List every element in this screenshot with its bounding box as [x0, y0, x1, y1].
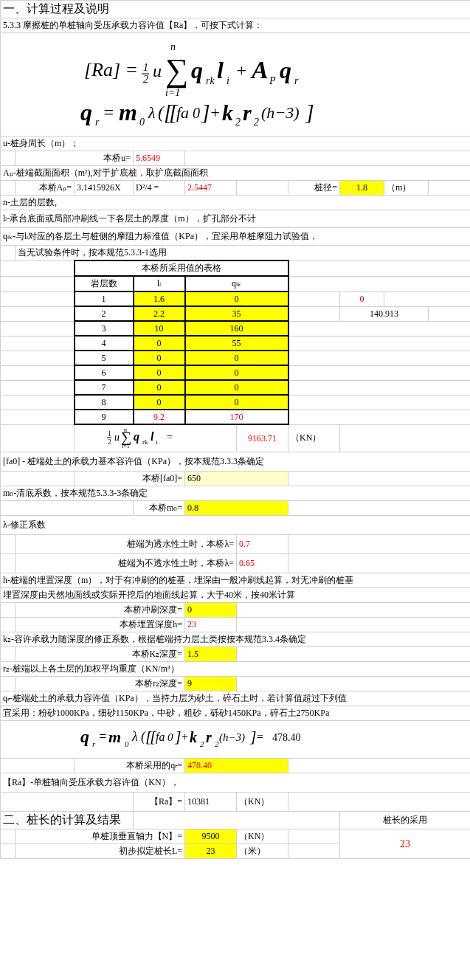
m0-definition: m₀-清底系数，按本规范5.3.3-3条确定 — [1, 486, 471, 501]
svg-text:i=1: i=1 — [165, 87, 180, 98]
u-value: 5.6549 — [134, 151, 185, 166]
svg-text:+: + — [210, 103, 221, 122]
svg-text:+: + — [181, 731, 189, 743]
qr-used-value[interactable]: 478.40 — [185, 759, 288, 773]
ap-formula1: 3.1415926X — [75, 181, 134, 196]
ra-label: 【Ra】= — [134, 793, 185, 812]
col-li: lᵢ — [134, 276, 185, 291]
ra-definition: 【Ra】-单桩轴向受压承载力容许值（KN）， — [1, 773, 471, 793]
k2-label: 本桥K₂深度= — [15, 647, 185, 662]
svg-text:r: r — [243, 100, 252, 125]
lambda-perm-label: 桩端为透水性土时，本桥λ= — [15, 535, 237, 554]
ap-definition: Aₚ-桩端截面面积（m²),对于扩底桩，取扩底截面面积 — [1, 166, 471, 181]
svg-text:1: 1 — [108, 429, 111, 438]
svg-text:r: r — [92, 739, 96, 748]
svg-text:r: r — [206, 729, 212, 745]
table-row: 5 — [75, 351, 134, 365]
svg-text:0: 0 — [167, 731, 173, 743]
table-row: 1 — [75, 291, 134, 306]
svg-text:2: 2 — [200, 739, 204, 748]
qr-definition-2: 宜采用：粉砂1000KPa，细砂1150KPa，中砂，粗砂，砾砂1450KPa，… — [1, 706, 471, 721]
svg-text:rk: rk — [142, 438, 148, 446]
svg-text:]: ] — [201, 100, 210, 124]
lambda-perm-value: 0.7 — [237, 535, 288, 554]
ra-value: 10381 — [185, 793, 237, 812]
svg-text:i: i — [156, 438, 158, 446]
svg-text:2: 2 — [108, 438, 111, 446]
svg-text:m: m — [108, 728, 121, 746]
fa0-definition: [fa0] - 桩端处土的承载力基本容许值（KPa），按本规范3.3.3条确定 — [1, 452, 471, 472]
table-title: 本桥所采用值的表格 — [75, 260, 288, 276]
table-row: 2 — [75, 306, 134, 321]
svg-text:r: r — [294, 75, 299, 86]
svg-text:2: 2 — [254, 117, 259, 128]
svg-text:q: q — [280, 57, 291, 83]
depth-label: 本桥埋置深度h= — [15, 618, 185, 632]
ap-formula2: D²/4 = — [134, 181, 185, 196]
svg-text:λ: λ — [148, 103, 156, 122]
n-force-label: 单桩顶垂直轴力【N】= — [15, 829, 185, 844]
svg-text:(h−3): (h−3) — [219, 731, 245, 744]
sum-unit: （KN） — [288, 424, 340, 452]
m0-value[interactable]: 0.8 — [185, 501, 288, 516]
diameter-label: 桩径= — [288, 181, 340, 196]
svg-text:l: l — [151, 430, 154, 443]
fa0-value[interactable]: 650 — [185, 472, 288, 486]
final-len-unit: （米） — [237, 844, 288, 859]
svg-text:P: P — [269, 75, 276, 86]
n-force-unit: （KN） — [237, 829, 288, 844]
final-len-value[interactable]: 23 — [185, 844, 237, 859]
svg-text:n: n — [170, 41, 176, 52]
ap-value: 2.5447 — [185, 181, 237, 196]
svg-text:u: u — [114, 432, 120, 443]
n-definition: n-土层的层数, — [1, 196, 471, 210]
svg-text:q: q — [134, 430, 139, 444]
k2-definition: k₂-容许承载力随深度的修正系数，根据桩端持力层土类按按本规范3.3.4条确定 — [1, 632, 471, 647]
scour-value[interactable]: 0 — [185, 603, 237, 618]
qik-note: 当无试验条件时，按本规范5.3.3-1选用 — [15, 246, 471, 261]
svg-text:(h−3): (h−3) — [261, 103, 300, 122]
r2-value[interactable]: 9 — [185, 677, 237, 691]
diameter-value[interactable]: 1.8 — [340, 181, 384, 196]
svg-text:]: ] — [305, 100, 314, 124]
svg-text:m: m — [119, 99, 137, 125]
svg-text:0: 0 — [193, 105, 200, 121]
table-row: 7 — [75, 380, 134, 395]
section2-title: 二、桩长的计算及结果 — [1, 812, 134, 829]
svg-text:1: 1 — [143, 62, 148, 73]
svg-text:q: q — [191, 57, 203, 83]
adopt-value: 23 — [340, 829, 471, 859]
table-row: 8 — [75, 395, 134, 410]
svg-text:fa: fa — [176, 103, 189, 122]
svg-text:i: i — [227, 75, 229, 86]
qik-definition: qᵢₖ-与lᵢ对应的各层土与桩侧的摩阻力标准值（KPa），宜采用单桩摩阻力试验值… — [1, 228, 471, 246]
depth-value: 23 — [185, 618, 237, 632]
scour-label: 本桥冲刷深度= — [15, 603, 185, 618]
qr-used-label: 本桥采用的qᵣ= — [75, 759, 185, 773]
sum-value: 9163.71 — [237, 424, 288, 452]
diameter-unit: （m） — [384, 181, 429, 196]
h-definition-1: h-桩端的埋置深度（m），对于有冲刷的的桩基，埋深由一般冲刷线起算，对无冲刷的桩… — [1, 573, 471, 588]
svg-text:rk: rk — [206, 75, 215, 86]
k2-value[interactable]: 1.5 — [185, 647, 237, 662]
formula-main: [Ra] = 12 u ∑ n i=1 q rk l i + A P q r q… — [1, 33, 471, 137]
svg-text:k: k — [190, 729, 197, 745]
svg-text:=: = — [103, 103, 114, 122]
h-definition-2: 埋置深度由天然地面线或实际开挖后的地面线起算，大于40米，按40米计算 — [1, 588, 471, 603]
table-row: 9 — [75, 410, 134, 424]
svg-text:∑: ∑ — [165, 52, 188, 89]
table-row: 3 — [75, 321, 134, 336]
m0-label: 本桥m₀= — [134, 501, 185, 516]
n-force-value[interactable]: 9500 — [185, 829, 237, 844]
svg-text:r: r — [95, 117, 100, 128]
svg-text:i=1: i=1 — [122, 443, 130, 448]
lambda-imperm-value: 0.65 — [237, 554, 288, 573]
lambda-imperm-label: 桩端为不透水性土时，本桥λ= — [15, 554, 237, 573]
ra-unit: （KN） — [237, 793, 288, 812]
rule-text: 5.3.3 摩擦桩的单桩轴向受压承载力容许值【Ra】，可按下式计算： — [1, 18, 471, 33]
ap-label: 本桥Aₚ= — [15, 181, 75, 196]
table-row: 4 — [75, 336, 134, 351]
li-definition: lᵢ-承台底面或局部冲刷线一下各层土的厚度（m），扩孔部分不计 — [1, 210, 471, 228]
svg-text:n: n — [124, 427, 127, 433]
svg-text:u: u — [153, 61, 162, 80]
